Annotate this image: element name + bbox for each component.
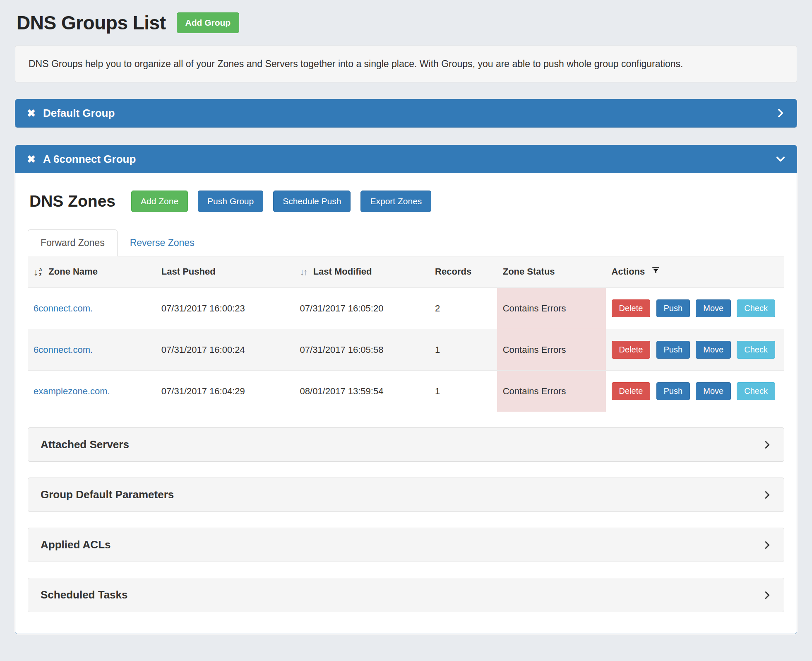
section-scheduled-tasks-label: Scheduled Tasks — [41, 589, 128, 601]
default-group-title: Default Group — [43, 107, 115, 120]
zone-name-link[interactable]: 6connect.com. — [28, 288, 156, 329]
description-text: DNS Groups help you to organize all of y… — [29, 58, 683, 69]
move-button[interactable]: Move — [696, 382, 731, 400]
check-button[interactable]: Check — [737, 299, 775, 317]
section-attached-servers[interactable]: Attached Servers — [28, 427, 784, 462]
remove-group-icon[interactable]: ✖ — [27, 154, 36, 164]
records-cell: 1 — [429, 329, 497, 371]
6connect-group-header[interactable]: ✖ A 6connect Group — [15, 145, 797, 173]
section-applied-acls[interactable]: Applied ACLs — [28, 528, 784, 562]
filter-icon[interactable] — [651, 266, 660, 277]
col-records-label: Records — [435, 266, 471, 277]
dns-zones-title: DNS Zones — [29, 192, 115, 210]
last-modified-cell: 07/31/2017 16:05:20 — [294, 288, 430, 329]
push-button[interactable]: Push — [656, 341, 690, 359]
zone-name-link[interactable]: 6connect.com. — [28, 329, 156, 371]
records-cell: 1 — [429, 371, 497, 412]
table-header-row: ↓ a z Zone Name Last Pushed — [28, 256, 784, 288]
last-pushed-cell: 07/31/2017 16:00:24 — [156, 329, 294, 371]
dns-zones-toolbar: DNS Zones Add Zone Push Group Schedule P… — [29, 191, 784, 212]
default-group-header[interactable]: ✖ Default Group — [15, 99, 797, 127]
sort-icon[interactable]: ↓↑ — [300, 267, 307, 277]
move-button[interactable]: Move — [696, 299, 731, 317]
export-zones-button[interactable]: Export Zones — [360, 191, 431, 212]
table-row: 6connect.com. 07/31/2017 16:00:23 07/31/… — [28, 288, 784, 329]
zones-table: ↓ a z Zone Name Last Pushed — [28, 256, 784, 412]
section-attached-servers-label: Attached Servers — [41, 438, 129, 451]
col-zone-status-label: Zone Status — [503, 266, 555, 277]
col-last-modified-label: Last Modified — [313, 266, 372, 277]
actions-cell: Delete Push Move Check — [606, 329, 784, 371]
panel-default-group: ✖ Default Group — [15, 99, 797, 128]
chevron-right-icon[interactable] — [776, 108, 785, 118]
actions-cell: Delete Push Move Check — [606, 371, 784, 412]
6connect-group-body: DNS Zones Add Zone Push Group Schedule P… — [15, 173, 797, 634]
panel-6connect-group: ✖ A 6connect Group DNS Zones Add Zone Pu… — [15, 145, 797, 634]
zones-tabs: Forward Zones Reverse Zones — [28, 229, 784, 256]
zone-name-link[interactable]: examplezone.com. — [28, 371, 156, 412]
schedule-push-button[interactable]: Schedule Push — [273, 191, 351, 212]
description-well: DNS Groups help you to organize all of y… — [15, 46, 797, 82]
chevron-right-icon — [763, 440, 771, 450]
page-header: DNS Groups List Add Group — [17, 12, 797, 34]
last-pushed-cell: 07/31/2017 16:04:29 — [156, 371, 294, 412]
section-scheduled-tasks[interactable]: Scheduled Tasks — [28, 578, 784, 612]
push-group-button[interactable]: Push Group — [198, 191, 263, 212]
table-row: examplezone.com. 07/31/2017 16:04:29 08/… — [28, 371, 784, 412]
remove-group-icon[interactable]: ✖ — [27, 108, 36, 118]
table-row: 6connect.com. 07/31/2017 16:00:24 07/31/… — [28, 329, 784, 371]
section-group-default-parameters[interactable]: Group Default Parameters — [28, 478, 784, 512]
chevron-right-icon — [763, 490, 771, 500]
col-zone-status[interactable]: Zone Status — [497, 256, 606, 288]
col-last-pushed-label: Last Pushed — [161, 266, 216, 277]
tab-forward-zones[interactable]: Forward Zones — [28, 229, 118, 256]
last-modified-cell: 08/01/2017 13:59:54 — [294, 371, 430, 412]
page: DNS Groups List Add Group DNS Groups hel… — [0, 0, 812, 661]
col-records[interactable]: Records — [429, 256, 497, 288]
delete-button[interactable]: Delete — [612, 341, 651, 359]
col-zone-name[interactable]: ↓ a z Zone Name — [28, 256, 156, 288]
col-zone-name-label: Zone Name — [48, 266, 98, 277]
check-button[interactable]: Check — [737, 382, 775, 400]
push-button[interactable]: Push — [656, 299, 690, 317]
chevron-right-icon — [763, 540, 771, 550]
move-button[interactable]: Move — [696, 341, 731, 359]
chevron-right-icon — [763, 590, 771, 600]
actions-cell: Delete Push Move Check — [606, 288, 784, 329]
add-zone-button[interactable]: Add Zone — [131, 191, 188, 212]
last-modified-cell: 07/31/2017 16:05:58 — [294, 329, 430, 371]
6connect-group-title: A 6connect Group — [43, 153, 136, 166]
col-actions: Actions — [606, 256, 784, 288]
records-cell: 2 — [429, 288, 497, 329]
col-actions-label: Actions — [612, 266, 645, 277]
delete-button[interactable]: Delete — [612, 299, 651, 317]
delete-button[interactable]: Delete — [612, 382, 651, 400]
col-last-pushed[interactable]: Last Pushed — [156, 256, 294, 288]
section-group-default-parameters-label: Group Default Parameters — [41, 488, 174, 501]
add-group-button[interactable]: Add Group — [177, 12, 240, 33]
zone-status-badge: Contains Errors — [497, 371, 606, 412]
zone-status-badge: Contains Errors — [497, 288, 606, 329]
tab-reverse-zones[interactable]: Reverse Zones — [118, 230, 207, 256]
section-applied-acls-label: Applied ACLs — [41, 538, 111, 551]
zone-status-badge: Contains Errors — [497, 329, 606, 371]
sort-alpha-icon[interactable]: ↓ a z — [34, 267, 42, 277]
last-pushed-cell: 07/31/2017 16:00:23 — [156, 288, 294, 329]
page-title: DNS Groups List — [17, 12, 166, 34]
col-last-modified[interactable]: ↓↑ Last Modified — [294, 256, 430, 288]
chevron-down-icon[interactable] — [776, 154, 785, 164]
push-button[interactable]: Push — [656, 382, 690, 400]
check-button[interactable]: Check — [737, 341, 775, 359]
